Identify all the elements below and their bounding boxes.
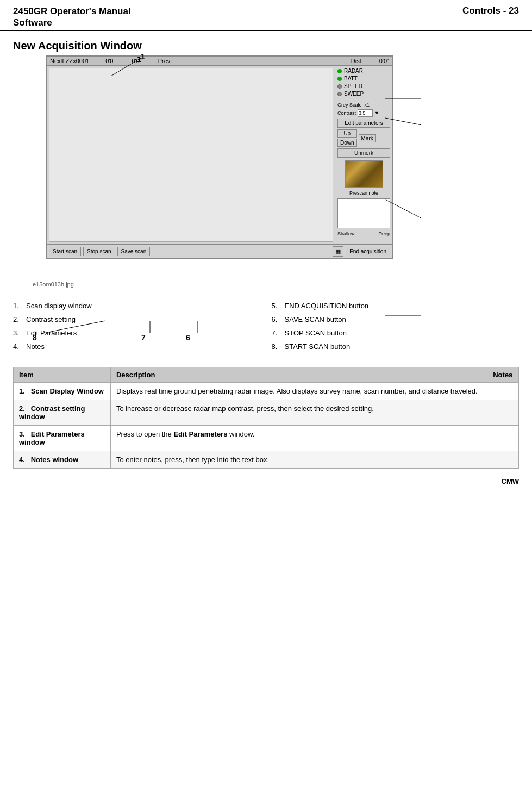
numbered-col-left: 1. Scan display window 2. Contrast setti…	[13, 302, 261, 356]
table-cell-item-4: 4. Notes window	[14, 451, 111, 469]
sw-pos1: 0'0"	[105, 58, 115, 64]
edit-params-button[interactable]: Edit parameters	[337, 119, 390, 128]
table-item-num-3: 3.	[19, 430, 29, 438]
page-number: Controls - 23	[462, 5, 519, 16]
item-num-5: 5.	[272, 302, 281, 310]
table-cell-item-3: 3. Edit Parameterswindow	[14, 426, 111, 451]
radar-dot	[337, 69, 342, 73]
start-scan-button[interactable]: Start scan	[49, 247, 81, 256]
list-item-2: 2. Contrast setting	[13, 315, 261, 323]
item-num-3: 3.	[13, 329, 23, 337]
item-text-2: Contrast setting	[26, 315, 76, 323]
item-num-6: 6.	[272, 315, 281, 323]
deep-label: Deep	[378, 231, 390, 236]
table-row-4: 4. Notes window To enter notes, press, t…	[14, 451, 519, 469]
header-left: 2450GR Operator's Manual Software	[13, 5, 131, 28]
sw-prev-label: Prev:	[158, 58, 172, 64]
sw-body: RADAR BATT SPEED SWEEP Grey Scale	[47, 66, 392, 244]
shallow-deep-row: Shallow Deep	[337, 231, 390, 236]
description-table: Item Description Notes 1. Scan Display W…	[13, 367, 519, 469]
unmark-button[interactable]: Unmerk	[337, 148, 390, 158]
col-header-description: Description	[110, 367, 487, 383]
list-item-1: 1. Scan display window	[13, 302, 261, 310]
table-item-num-4: 4.	[19, 456, 29, 464]
icon-button[interactable]: ▦	[333, 246, 343, 257]
up-down-mark-row: Up Down Mark	[337, 129, 390, 147]
save-scan-button[interactable]: Save scan	[117, 247, 151, 256]
list-item-6: 6. SAVE SCAN button	[272, 315, 520, 323]
down-button[interactable]: Down	[337, 139, 357, 147]
end-acquisition-button[interactable]: End acquisition	[346, 247, 390, 256]
sw-right-panel: RADAR BATT SPEED SWEEP Grey Scale	[335, 66, 392, 244]
table-row-1: 1. Scan Display Window Displays real tim…	[14, 383, 519, 400]
table-item-name-1: Scan Display Window	[31, 387, 104, 395]
table-cell-notes-3	[487, 426, 519, 451]
manual-title: 2450GR Operator's Manual	[13, 5, 131, 17]
batt-dot	[337, 77, 342, 81]
list-item-3: 3. Edit Parameters	[13, 329, 261, 337]
contrast-arrow: ▼	[374, 110, 379, 116]
sweep-dot	[337, 92, 342, 96]
page-footer: CMW	[0, 469, 532, 490]
up-button[interactable]: Up	[337, 129, 357, 138]
list-item-4: 4. Notes	[13, 342, 261, 351]
list-item-5: 5. END ACQUISITION button	[272, 302, 520, 310]
shallow-label: Shallow	[337, 231, 355, 236]
sw-dist-val: 0'0"	[379, 58, 389, 64]
col-header-item: Item	[14, 367, 111, 383]
sw-scan-area	[49, 68, 333, 242]
item-num-2: 2.	[13, 315, 23, 323]
manual-subtitle: Software	[13, 17, 131, 28]
table-cell-item-2: 2. Contrast settingwindow	[14, 400, 111, 426]
list-item-8: 8. START SCAN button	[272, 342, 520, 351]
sweep-label: SWEEP	[344, 91, 364, 97]
item-text-6: SAVE SCAN button	[285, 315, 346, 323]
item-text-4: Notes	[26, 342, 45, 351]
page-header: 2450GR Operator's Manual Software Contro…	[0, 0, 532, 31]
table-cell-notes-4	[487, 451, 519, 469]
software-window: NextLZZx0001 0'0" 0'0" Prev: Dist: 0'0" …	[46, 55, 393, 259]
edit-params-bold: Edit Parameters	[173, 430, 227, 438]
item-num-7: 7.	[272, 329, 281, 337]
table-cell-desc-2: To increase or decrease radar map contra…	[110, 400, 487, 426]
batt-status: BATT	[337, 76, 390, 82]
sw-footer: Start scan Stop scan Save scan ▦ End acq…	[47, 244, 392, 258]
table-cell-desc-3: Press to open the Edit Parameters window…	[110, 426, 487, 451]
numbered-col-right: 5. END ACQUISITION button 6. SAVE SCAN b…	[272, 302, 520, 356]
grey-scale-row: Grey Scale x1	[337, 102, 390, 108]
table-cell-notes-1	[487, 383, 519, 400]
speed-label: SPEED	[344, 83, 362, 89]
prescan-note-box[interactable]	[337, 198, 390, 228]
callout-bottom-spacer	[13, 259, 519, 281]
contrast-input[interactable]	[358, 109, 373, 117]
col-header-notes: Notes	[487, 367, 519, 383]
prescan-label: Prescan note	[337, 190, 390, 196]
item-num-1: 1.	[13, 302, 23, 310]
file-label: e15om013h.jpg	[33, 281, 532, 288]
item-num-4: 4.	[13, 342, 23, 351]
radar-label: RADAR	[344, 68, 363, 74]
stop-scan-button[interactable]: Stop scan	[83, 247, 115, 256]
table-item-name-4: Notes window	[31, 456, 78, 464]
sw-next-label: NextLZZx0001	[50, 58, 89, 64]
radar-status: RADAR	[337, 68, 390, 74]
item-text-8: START SCAN button	[285, 342, 351, 351]
table-row-2: 2. Contrast settingwindow To increase or…	[14, 400, 519, 426]
list-item-7: 7. STOP SCAN button	[272, 329, 520, 337]
item-num-8: 8.	[272, 342, 281, 351]
table-cell-desc-1: Displays real time ground penetrating ra…	[110, 383, 487, 400]
speed-status: SPEED	[337, 83, 390, 89]
table-cell-notes-2	[487, 400, 519, 426]
table-item-name-3: Edit Parameterswindow	[19, 430, 85, 446]
contrast-label: Contrast	[337, 110, 356, 116]
diagram-wrapper: 1 1 2 3 4 5 6 7 8 NextLZZx0001 0'0" 0'0"	[13, 55, 519, 281]
batt-label: BATT	[344, 76, 358, 82]
table-item-num-1: 1.	[19, 387, 29, 395]
mark-button[interactable]: Mark	[359, 134, 376, 142]
prescan-image	[345, 160, 383, 188]
contrast-row: Contrast ▼	[337, 109, 390, 117]
sw-titlebar: NextLZZx0001 0'0" 0'0" Prev: Dist: 0'0"	[47, 57, 392, 66]
item-text-3: Edit Parameters	[26, 329, 77, 337]
table-cell-item-1: 1. Scan Display Window	[14, 383, 111, 400]
grey-scale-val: x1	[365, 102, 370, 108]
